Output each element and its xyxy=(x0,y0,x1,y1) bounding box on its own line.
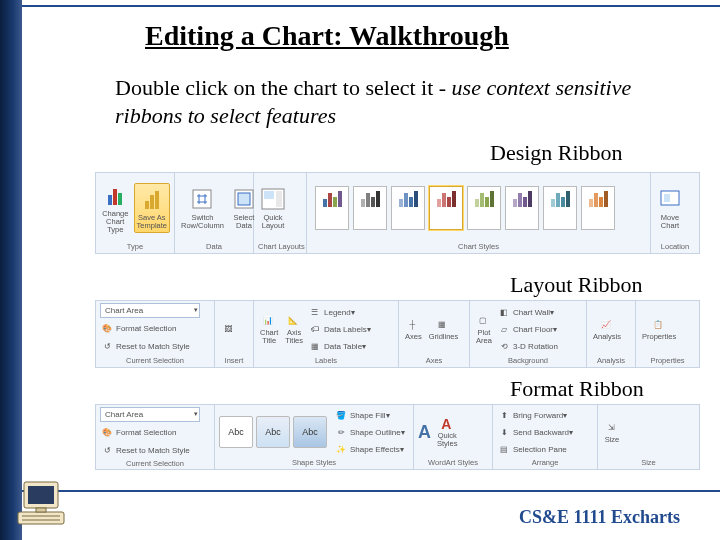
data-labels-button[interactable]: 🏷Data Labels ▾ xyxy=(308,321,371,337)
axes-group-label: Axes xyxy=(403,355,465,365)
slide-subtitle: Double click on the chart to select it -… xyxy=(115,74,675,129)
shape-style-1[interactable]: Abc xyxy=(219,416,253,448)
format-current-selection-label: Current Selection xyxy=(100,458,210,468)
size-group-label: Size xyxy=(602,457,695,467)
shape-style-2[interactable]: Abc xyxy=(256,416,290,448)
svg-rect-4 xyxy=(264,191,274,199)
left-accent-bar xyxy=(0,0,22,540)
send-backward-icon: ⬇ xyxy=(497,425,511,439)
quick-layout-icon xyxy=(260,186,286,212)
labels-group-label: Labels xyxy=(258,355,394,365)
current-selection-group-label: Current Selection xyxy=(100,355,210,365)
chart-floor-button[interactable]: ▱Chart Floor ▾ xyxy=(497,321,558,337)
legend-button[interactable]: ☰Legend ▾ xyxy=(308,304,371,320)
location-group-label: Location xyxy=(655,241,695,251)
arrange-group-label: Arrange xyxy=(497,457,593,467)
data-table-icon: ▦ xyxy=(308,339,322,353)
svg-rect-13 xyxy=(36,508,46,512)
format-selection-button[interactable]: 🎨Format Selection xyxy=(100,320,176,336)
save-as-template-button[interactable]: Save As Template xyxy=(134,183,170,233)
gridlines-button[interactable]: ▦Gridlines xyxy=(427,316,461,343)
shape-effects-button[interactable]: ✨Shape Effects ▾ xyxy=(334,441,405,457)
quick-styles-icon: A xyxy=(439,417,453,431)
format-selection-icon: 🎨 xyxy=(100,321,114,335)
chart-style-7[interactable] xyxy=(543,186,577,230)
slide-title: Editing a Chart: Walkthrough xyxy=(145,20,509,52)
analysis-icon: 📈 xyxy=(599,318,613,332)
effects-icon: ✨ xyxy=(334,442,348,456)
svg-rect-7 xyxy=(664,194,670,202)
chart-element-dropdown[interactable]: Chart Area▾ xyxy=(100,303,200,318)
chart-style-3[interactable] xyxy=(391,186,425,230)
insert-group-label: Insert xyxy=(219,355,249,365)
chart-style-6[interactable] xyxy=(505,186,539,230)
send-backward-button[interactable]: ⬇Send Backward ▾ xyxy=(497,424,573,440)
chart-style-1[interactable] xyxy=(315,186,349,230)
shape-style-3[interactable]: Abc xyxy=(293,416,327,448)
axis-titles-button[interactable]: 📐Axis Titles xyxy=(283,312,305,347)
move-chart-icon xyxy=(657,186,683,212)
change-chart-type-button[interactable]: Change Chart Type xyxy=(100,180,131,236)
chart-wall-button[interactable]: ◧Chart Wall ▾ xyxy=(497,304,558,320)
quick-styles-button[interactable]: AQuick Styles xyxy=(435,415,459,450)
design-ribbon-label: Design Ribbon xyxy=(490,140,623,166)
axis-titles-icon: 📐 xyxy=(286,314,300,328)
insert-button[interactable]: 🖼 xyxy=(219,320,239,338)
reset-icon: ↺ xyxy=(100,443,114,457)
move-chart-button[interactable]: Move Chart xyxy=(655,184,685,232)
layout-ribbon-label: Layout Ribbon xyxy=(510,272,643,298)
reset-style-button-2[interactable]: ↺Reset to Match Style xyxy=(100,442,190,458)
properties-button[interactable]: 📋Properties xyxy=(640,316,678,343)
chart-title-icon: 📊 xyxy=(261,314,275,328)
floor-icon: ▱ xyxy=(497,322,511,336)
shape-fill-button[interactable]: 🪣Shape Fill ▾ xyxy=(334,407,405,423)
wordart-preview-a[interactable]: A xyxy=(418,422,431,443)
data-table-button[interactable]: ▦Data Table ▾ xyxy=(308,338,371,354)
rotation-button[interactable]: ⟲3-D Rotation xyxy=(497,338,558,354)
outline-icon: ✏ xyxy=(334,425,348,439)
properties-group-label: Properties xyxy=(640,355,695,365)
svg-rect-9 xyxy=(28,486,54,504)
plot-area-button[interactable]: ▢Plot Area xyxy=(474,312,494,347)
selection-pane-icon: ▤ xyxy=(497,442,511,456)
computer-clipart-icon xyxy=(12,478,72,534)
chevron-down-icon: ▾ xyxy=(194,410,198,418)
axes-button[interactable]: ┼Axes xyxy=(403,316,424,343)
properties-icon: 📋 xyxy=(651,318,665,332)
size-icon: ⇲ xyxy=(604,421,618,435)
layout-ribbon: Chart Area▾ 🎨Format Selection ↺Reset to … xyxy=(95,300,700,368)
axes-icon: ┼ xyxy=(405,318,419,332)
format-ribbon: Chart Area▾ 🎨Format Selection ↺Reset to … xyxy=(95,404,700,470)
chart-style-5[interactable] xyxy=(467,186,501,230)
switch-icon xyxy=(189,186,215,212)
bring-forward-icon: ⬆ xyxy=(497,408,511,422)
template-icon xyxy=(139,186,165,212)
chart-style-2[interactable] xyxy=(353,186,387,230)
format-element-dropdown[interactable]: Chart Area▾ xyxy=(100,407,200,422)
shape-outline-button[interactable]: ✏Shape Outline ▾ xyxy=(334,424,405,440)
format-selection-button-2[interactable]: 🎨Format Selection xyxy=(100,424,176,440)
top-divider xyxy=(22,5,720,7)
fill-icon: 🪣 xyxy=(334,408,348,422)
switch-row-column-button[interactable]: Switch Row/Column xyxy=(179,184,226,232)
wordart-styles-group-label: WordArt Styles xyxy=(418,457,488,467)
chart-styles-group-label: Chart Styles xyxy=(311,241,646,251)
data-group-label: Data xyxy=(179,241,249,251)
chevron-down-icon: ▾ xyxy=(194,306,198,314)
analysis-button[interactable]: 📈Analysis xyxy=(591,316,623,343)
selection-pane-button[interactable]: ▤Selection Pane xyxy=(497,441,567,457)
size-button[interactable]: ⇲Size xyxy=(602,419,622,446)
subtitle-lead: Double click on the chart to select it xyxy=(115,75,433,100)
chart-title-button[interactable]: 📊Chart Title xyxy=(258,312,280,347)
format-selection-icon: 🎨 xyxy=(100,425,114,439)
bring-forward-button[interactable]: ⬆Bring Forward ▾ xyxy=(497,407,567,423)
format-ribbon-label: Format Ribbon xyxy=(510,376,644,402)
chart-style-8[interactable] xyxy=(581,186,615,230)
chart-style-4[interactable] xyxy=(429,186,463,230)
svg-rect-5 xyxy=(276,191,282,207)
svg-rect-2 xyxy=(238,193,250,205)
svg-rect-10 xyxy=(18,512,64,524)
shape-styles-group-label: Shape Styles xyxy=(219,457,409,467)
reset-style-button[interactable]: ↺Reset to Match Style xyxy=(100,338,190,354)
quick-layout-button[interactable]: Quick Layout xyxy=(258,184,288,232)
